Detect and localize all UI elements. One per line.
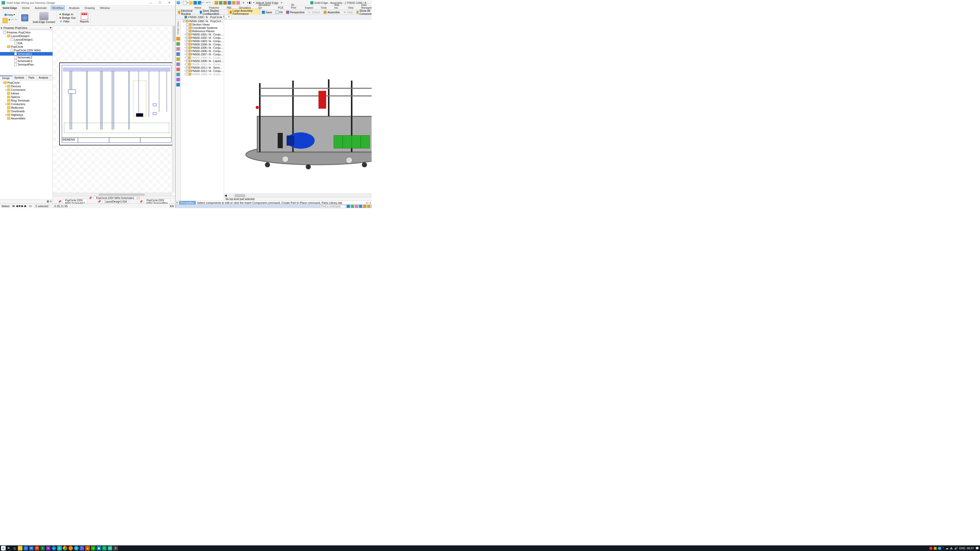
open-icon[interactable] [189,1,192,5]
save-icon[interactable] [193,1,197,5]
assembly-tree-item[interactable]: -✓FN500-1000 / A - PopCircle Top Level [181,19,224,23]
project-tree-item[interactable]: Schematic1 [0,52,52,56]
design-tree-item[interactable]: Multicores [0,106,52,110]
view-list-icon[interactable]: ≡ [50,200,52,203]
assembly-tree-item[interactable]: Reference Planes [181,29,224,33]
vt-icon-3[interactable] [177,47,180,51]
assembly-tree-item[interactable]: +✓FN500-1005 / A - Conjunto Hic [181,46,224,49]
project-tree-item[interactable]: -Finamac PopCirlce [0,30,52,34]
3d-viewport[interactable]: LEFT YouTube [224,19,372,194]
vt-icon-4[interactable] [177,52,180,56]
design-tab-analysis[interactable]: Analysis [37,76,51,80]
fb-ic-2[interactable] [355,205,358,208]
design-tree-item[interactable]: +Conductors [0,102,52,106]
fb-ic-5[interactable] [367,205,370,208]
new-dropdown[interactable]: ▾ [187,2,188,4]
dropdown-icon[interactable]: ▾ [9,18,10,23]
fb-ic-6[interactable] [371,205,372,208]
schematic-canvas[interactable]: SIEMENS [53,25,175,196]
model-icon[interactable] [223,1,227,5]
doc-pin-icon[interactable]: 📌 [89,197,92,200]
fb-ic-1[interactable] [351,205,354,208]
undo-icon[interactable]: ↶ [202,1,206,5]
filter-button[interactable]: ▼Filter [59,20,76,23]
save-button[interactable]: Save [260,10,274,14]
menu-workflow[interactable]: Workflow [51,6,65,10]
app-menu-icon[interactable] [177,1,180,5]
fb-ic-4[interactable] [363,205,366,208]
save-all-icon[interactable] [198,1,201,5]
project-tree-item[interactable]: TermianlPlan [0,63,52,66]
project-tree-item[interactable]: -PopCircle:220V 60Hz [0,48,52,52]
design-tree-item[interactable]: Overbraids [0,110,52,113]
assembly-tree-item[interactable]: +FN500-1800 / A - Extractor:1 [181,73,224,76]
open-icon[interactable] [3,18,8,23]
ribbon-tab-3d-print[interactable]: 3D Print [287,3,301,10]
minimize-button[interactable]: — [146,0,156,5]
vt-icon-10[interactable] [177,83,180,86]
assembly-tree-item[interactable]: +FN500-1008 / A - Conjunto Sup [181,56,224,59]
layers-dropdown[interactable]: ▾ [247,2,248,4]
design-tree-item[interactable]: Ring Terminals [0,99,52,102]
assembly-tree-item[interactable]: +✓FN500-1006 / A - Conjunto Tan [181,49,224,52]
styles-dropdown[interactable]: ▾ [253,2,254,4]
selection-mode-icon[interactable]: ▭ [29,204,32,208]
design-tree-item[interactable]: -PopCircle [0,81,52,84]
canvas-tab[interactable]: PopCircle:220V 60Hz:TermianlPlan [144,199,170,204]
design-tree-item[interactable]: Inlines [0,92,52,95]
theme-dropdown[interactable]: ▾ [281,2,282,4]
assemble-button[interactable]: Assemble [322,10,341,14]
undo-dropdown[interactable]: ▾ [207,2,207,4]
layers-icon[interactable]: ≡ [243,1,246,5]
vt-icon-7[interactable] [177,68,180,71]
header-dropdown-icon[interactable]: ▾ [50,26,52,29]
close-tab-icon[interactable]: ✕ [228,15,230,19]
next-icon[interactable]: ▶ [21,204,24,208]
assembly-tree-item[interactable]: +✓FN500-1011 / A - Sensora Mes [181,66,224,69]
hscrollbar[interactable] [53,193,172,196]
prev-icon[interactable]: ◀ [16,204,18,208]
close-button[interactable]: ✕ [165,0,174,5]
fb-go-icon[interactable] [347,205,350,208]
viewport-hscroll[interactable]: ◀▶ [224,194,372,197]
design-tree-item[interactable]: +Connectors [0,88,52,92]
parts-library-tab[interactable]: Parts Library [177,21,180,35]
project-tree-item[interactable]: -LayoutDesign1 [0,38,52,41]
reports-button[interactable]: Reports [80,13,89,23]
project-tree-item[interactable]: Schematic2 [0,56,52,59]
design-tree[interactable]: -PopCircle+Devices+ConnectorsInlinesSpli… [0,80,52,200]
design-tree-item[interactable]: Assemblies [0,117,52,120]
project-tree-item[interactable]: Schematic3 [0,59,52,63]
hide-button[interactable]: 👁Hide [342,10,355,14]
bridge-out-button[interactable]: Bridge Out [59,16,76,19]
assembly-tree-item[interactable]: Coordinate Systems [181,26,224,29]
design-tree-item[interactable]: +Devices [0,84,52,88]
assembly-tree-item[interactable]: +✓FN500-1004 / A - Conjunto Est [181,43,224,46]
project-tree-item[interactable]: IGA [0,41,52,45]
design-tab-design[interactable]: Design [0,76,12,80]
maximize-button[interactable]: ☐ [156,0,165,5]
menu-drawing[interactable]: Drawing [83,6,96,10]
collapse-icon[interactable]: ▸ [1,26,3,29]
ribbon-tab-inspect[interactable]: Inspect [301,6,317,10]
rewind-icon[interactable]: ⏮ [12,204,15,208]
view-icon[interactable] [228,1,231,5]
doc-tab-active[interactable]: FN500-1000 / A - PopCircle T... ✕ [183,15,232,19]
ribbon-tab-tools[interactable]: Tools [317,6,330,10]
bridge-in-button[interactable]: Bridge In [59,13,76,16]
play-icon[interactable]: ▶ [24,204,27,208]
ribbon-tab-add-ins[interactable]: Add-Ins [331,3,344,10]
design-tree-item[interactable]: Splices [0,95,52,99]
vt-icon-5[interactable] [177,57,180,61]
design-tree-item[interactable]: +Highways [0,113,52,117]
canvas-tab[interactable]: PopCircle:220V 60Hz:Schematic2 [63,199,87,204]
fit-button[interactable]: Fit [274,10,284,14]
menu-home[interactable]: Home [21,6,30,10]
component-icon[interactable] [219,1,223,5]
vt-icon-1[interactable] [177,37,180,41]
vt-icon-8[interactable] [177,73,180,76]
project-tree[interactable]: -Finamac PopCirlce-LayoutDesign1-LayoutD… [0,30,52,75]
stop-icon[interactable]: ■ [19,204,21,208]
redo-icon[interactable]: ↷ [14,18,17,23]
help-button[interactable]: Help ▾ [3,12,17,17]
